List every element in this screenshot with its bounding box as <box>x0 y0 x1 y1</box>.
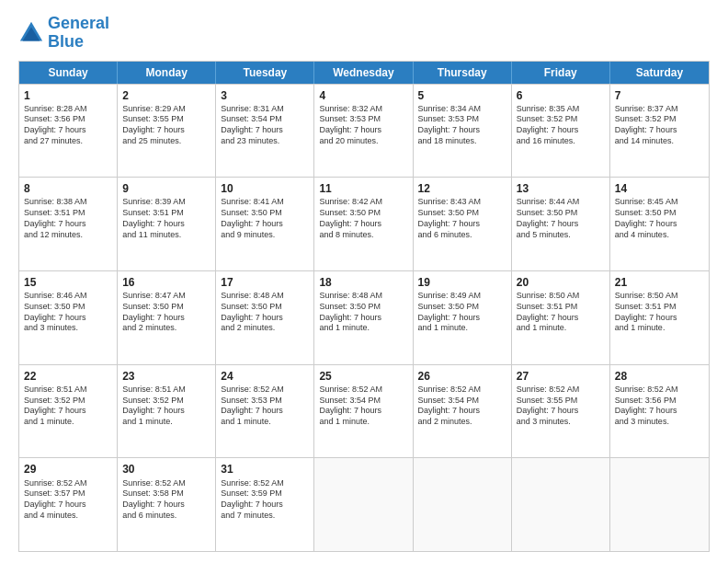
cal-cell: 25Sunrise: 8:52 AM Sunset: 3:54 PM Dayli… <box>314 365 413 458</box>
day-number: 24 <box>221 369 309 384</box>
cell-info: Sunrise: 8:31 AM Sunset: 3:54 PM Dayligh… <box>221 104 309 147</box>
day-number: 22 <box>24 369 112 384</box>
day-header-thursday: Thursday <box>414 62 512 84</box>
day-header-sunday: Sunday <box>19 62 118 84</box>
calendar-row-1: 1Sunrise: 8:28 AM Sunset: 3:56 PM Daylig… <box>19 84 709 178</box>
cal-cell: 17Sunrise: 8:48 AM Sunset: 3:50 PM Dayli… <box>216 271 314 364</box>
cal-cell: 9Sunrise: 8:39 AM Sunset: 3:51 PM Daylig… <box>118 178 216 270</box>
cal-cell: 3Sunrise: 8:31 AM Sunset: 3:54 PM Daylig… <box>216 85 314 178</box>
cal-cell: 31Sunrise: 8:52 AM Sunset: 3:59 PM Dayli… <box>216 458 314 551</box>
cell-info: Sunrise: 8:41 AM Sunset: 3:50 PM Dayligh… <box>221 197 309 240</box>
cal-cell: 24Sunrise: 8:52 AM Sunset: 3:53 PM Dayli… <box>216 365 314 458</box>
day-number: 30 <box>122 462 210 477</box>
cell-info: Sunrise: 8:39 AM Sunset: 3:51 PM Dayligh… <box>122 197 210 240</box>
calendar-row-3: 15Sunrise: 8:46 AM Sunset: 3:50 PM Dayli… <box>19 270 709 364</box>
day-number: 12 <box>418 181 506 196</box>
cell-info: Sunrise: 8:38 AM Sunset: 3:51 PM Dayligh… <box>24 197 112 240</box>
cal-cell: 1Sunrise: 8:28 AM Sunset: 3:56 PM Daylig… <box>19 85 118 178</box>
day-header-monday: Monday <box>118 62 216 84</box>
cell-info: Sunrise: 8:48 AM Sunset: 3:50 PM Dayligh… <box>221 291 309 334</box>
cal-cell: 21Sunrise: 8:50 AM Sunset: 3:51 PM Dayli… <box>610 271 709 364</box>
cell-info: Sunrise: 8:50 AM Sunset: 3:51 PM Dayligh… <box>517 291 605 334</box>
logo-text: General Blue <box>48 15 109 52</box>
cell-info: Sunrise: 8:52 AM Sunset: 3:58 PM Dayligh… <box>122 478 210 522</box>
cell-info: Sunrise: 8:28 AM Sunset: 3:56 PM Dayligh… <box>24 104 112 147</box>
cal-cell: 6Sunrise: 8:35 AM Sunset: 3:52 PM Daylig… <box>512 85 610 178</box>
cell-info: Sunrise: 8:52 AM Sunset: 3:53 PM Dayligh… <box>221 385 309 428</box>
day-number: 6 <box>517 88 605 103</box>
day-number: 23 <box>122 369 210 384</box>
cell-info: Sunrise: 8:37 AM Sunset: 3:52 PM Dayligh… <box>615 104 704 147</box>
cell-info: Sunrise: 8:49 AM Sunset: 3:50 PM Dayligh… <box>418 291 506 334</box>
calendar: SundayMondayTuesdayWednesdayThursdayFrid… <box>18 61 710 552</box>
logo-icon <box>18 20 44 46</box>
cell-info: Sunrise: 8:29 AM Sunset: 3:55 PM Dayligh… <box>122 104 210 147</box>
cal-cell: 16Sunrise: 8:47 AM Sunset: 3:50 PM Dayli… <box>118 271 216 364</box>
cell-info: Sunrise: 8:52 AM Sunset: 3:57 PM Dayligh… <box>24 478 112 522</box>
cell-info: Sunrise: 8:52 AM Sunset: 3:59 PM Dayligh… <box>221 478 309 522</box>
cell-info: Sunrise: 8:34 AM Sunset: 3:53 PM Dayligh… <box>418 104 506 147</box>
day-number: 25 <box>319 369 407 384</box>
cal-cell: 30Sunrise: 8:52 AM Sunset: 3:58 PM Dayli… <box>118 458 216 551</box>
day-number: 26 <box>418 369 506 384</box>
cal-cell: 29Sunrise: 8:52 AM Sunset: 3:57 PM Dayli… <box>19 458 118 551</box>
cell-info: Sunrise: 8:51 AM Sunset: 3:52 PM Dayligh… <box>24 385 112 428</box>
day-number: 21 <box>615 275 704 290</box>
cell-info: Sunrise: 8:35 AM Sunset: 3:52 PM Dayligh… <box>517 104 605 147</box>
day-number: 7 <box>615 88 704 103</box>
cell-info: Sunrise: 8:52 AM Sunset: 3:54 PM Dayligh… <box>319 385 407 428</box>
cell-info: Sunrise: 8:42 AM Sunset: 3:50 PM Dayligh… <box>319 197 407 240</box>
day-number: 9 <box>122 181 210 196</box>
day-number: 29 <box>24 462 112 477</box>
day-number: 13 <box>517 181 605 196</box>
day-number: 11 <box>319 181 407 196</box>
cal-cell: 13Sunrise: 8:44 AM Sunset: 3:50 PM Dayli… <box>512 178 610 270</box>
day-number: 31 <box>221 462 309 477</box>
cal-cell: 10Sunrise: 8:41 AM Sunset: 3:50 PM Dayli… <box>216 178 314 270</box>
cal-cell: 28Sunrise: 8:52 AM Sunset: 3:56 PM Dayli… <box>610 365 709 458</box>
day-number: 16 <box>122 275 210 290</box>
cal-cell: 27Sunrise: 8:52 AM Sunset: 3:55 PM Dayli… <box>512 365 610 458</box>
cell-info: Sunrise: 8:52 AM Sunset: 3:54 PM Dayligh… <box>418 385 506 428</box>
cell-info: Sunrise: 8:43 AM Sunset: 3:50 PM Dayligh… <box>418 197 506 240</box>
cal-cell: 26Sunrise: 8:52 AM Sunset: 3:54 PM Dayli… <box>414 365 512 458</box>
cell-info: Sunrise: 8:50 AM Sunset: 3:51 PM Dayligh… <box>615 291 704 334</box>
cal-cell: 19Sunrise: 8:49 AM Sunset: 3:50 PM Dayli… <box>414 271 512 364</box>
day-number: 27 <box>517 369 605 384</box>
day-number: 15 <box>24 275 112 290</box>
cell-info: Sunrise: 8:52 AM Sunset: 3:56 PM Dayligh… <box>615 385 704 428</box>
cal-cell: 22Sunrise: 8:51 AM Sunset: 3:52 PM Dayli… <box>19 365 118 458</box>
calendar-row-2: 8Sunrise: 8:38 AM Sunset: 3:51 PM Daylig… <box>19 177 709 270</box>
calendar-row-5: 29Sunrise: 8:52 AM Sunset: 3:57 PM Dayli… <box>19 457 709 551</box>
cal-cell: 14Sunrise: 8:45 AM Sunset: 3:50 PM Dayli… <box>610 178 709 270</box>
day-header-friday: Friday <box>512 62 610 84</box>
day-number: 20 <box>517 275 605 290</box>
calendar-body: 1Sunrise: 8:28 AM Sunset: 3:56 PM Daylig… <box>19 84 709 551</box>
cal-cell: 8Sunrise: 8:38 AM Sunset: 3:51 PM Daylig… <box>19 178 118 270</box>
header: General Blue <box>18 15 710 52</box>
day-number: 8 <box>24 181 112 196</box>
day-number: 17 <box>221 275 309 290</box>
cal-cell: 2Sunrise: 8:29 AM Sunset: 3:55 PM Daylig… <box>118 85 216 178</box>
cal-cell: 20Sunrise: 8:50 AM Sunset: 3:51 PM Dayli… <box>512 271 610 364</box>
cal-cell <box>610 458 709 551</box>
day-number: 5 <box>418 88 506 103</box>
calendar-row-4: 22Sunrise: 8:51 AM Sunset: 3:52 PM Dayli… <box>19 364 709 458</box>
day-number: 4 <box>319 88 407 103</box>
day-number: 19 <box>418 275 506 290</box>
cell-info: Sunrise: 8:45 AM Sunset: 3:50 PM Dayligh… <box>615 197 704 240</box>
logo: General Blue <box>18 15 109 52</box>
cell-info: Sunrise: 8:51 AM Sunset: 3:52 PM Dayligh… <box>122 385 210 428</box>
day-number: 28 <box>615 369 704 384</box>
cell-info: Sunrise: 8:32 AM Sunset: 3:53 PM Dayligh… <box>319 104 407 147</box>
cal-cell: 23Sunrise: 8:51 AM Sunset: 3:52 PM Dayli… <box>118 365 216 458</box>
cell-info: Sunrise: 8:48 AM Sunset: 3:50 PM Dayligh… <box>319 291 407 334</box>
day-number: 14 <box>615 181 704 196</box>
cal-cell: 12Sunrise: 8:43 AM Sunset: 3:50 PM Dayli… <box>414 178 512 270</box>
cell-info: Sunrise: 8:46 AM Sunset: 3:50 PM Dayligh… <box>24 291 112 334</box>
cell-info: Sunrise: 8:52 AM Sunset: 3:55 PM Dayligh… <box>517 385 605 428</box>
cal-cell <box>512 458 610 551</box>
cal-cell: 18Sunrise: 8:48 AM Sunset: 3:50 PM Dayli… <box>314 271 413 364</box>
day-header-tuesday: Tuesday <box>216 62 314 84</box>
cal-cell: 5Sunrise: 8:34 AM Sunset: 3:53 PM Daylig… <box>414 85 512 178</box>
